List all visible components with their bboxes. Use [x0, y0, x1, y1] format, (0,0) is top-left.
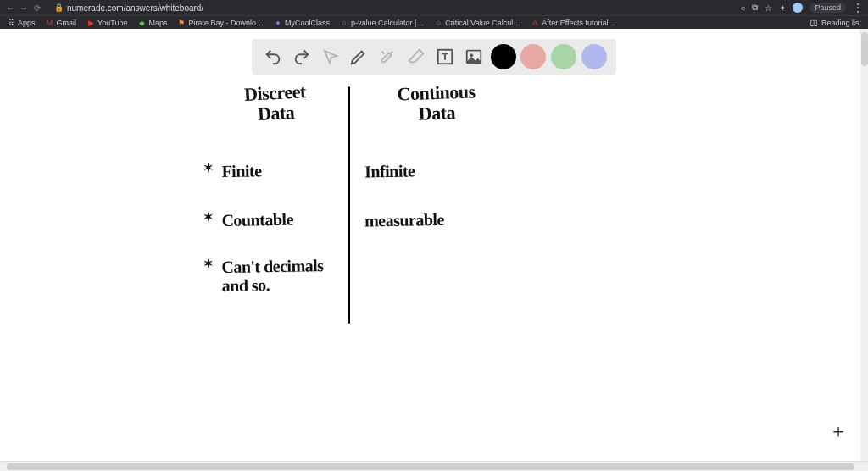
image-icon	[465, 47, 483, 66]
bookmark-label: Apps	[18, 19, 36, 27]
title-word: Continous	[397, 80, 476, 104]
bookmark-label: Gmail	[57, 19, 77, 27]
bookmark-gmail[interactable]: MGmail	[46, 19, 77, 27]
bullet-star: ✶	[203, 162, 214, 175]
whiteboard-toolbar	[252, 39, 616, 75]
bullet-star: ✶	[203, 258, 214, 271]
add-button[interactable]: ＋	[829, 418, 848, 444]
nav-arrows: ← → ⟳	[5, 3, 42, 13]
bookmark-label: YouTube	[97, 19, 127, 27]
maps-icon: ◆	[137, 19, 146, 27]
search-icon[interactable]: ○	[740, 3, 745, 13]
bookmark-label: Critical Value Calcul…	[445, 19, 520, 27]
bookmark-label: MyCoolClass	[285, 19, 330, 27]
apps-icon: ⠿	[7, 19, 15, 27]
bookmark-aftereffects[interactable]: AAfter Effects tutorial…	[531, 19, 615, 27]
color-black[interactable]	[491, 44, 516, 69]
horizontal-scrollbar[interactable]	[0, 461, 868, 471]
left-title: Discreet Data	[203, 80, 348, 128]
title-word: Data	[418, 102, 455, 124]
bookmark-piratebay[interactable]: ⚑Pirate Bay - Downlo…	[177, 19, 264, 27]
bookmark-label: After Effects tutorial…	[542, 19, 615, 27]
kebab-menu-icon[interactable]: ⋮	[853, 2, 863, 14]
address-bar[interactable]: 🔒 numerade.com/answers/whiteboard/	[54, 3, 203, 13]
item-text: measurable	[364, 210, 444, 230]
bookmark-maps[interactable]: ◆Maps	[137, 19, 167, 27]
lock-icon: 🔒	[54, 3, 64, 12]
redo-button[interactable]	[290, 45, 314, 69]
text-icon	[436, 47, 454, 66]
horizontal-scroll-thumb[interactable]	[7, 463, 854, 470]
item-text: Infinite	[364, 161, 415, 180]
svg-point-2	[470, 53, 473, 57]
extensions-icon[interactable]: ✦	[779, 3, 786, 13]
title-word: Discreet	[243, 80, 306, 105]
forward-icon[interactable]: →	[19, 3, 29, 13]
pointer-icon	[321, 47, 340, 66]
vertical-scroll-thumb[interactable]	[861, 32, 868, 66]
back-icon[interactable]: ←	[5, 3, 15, 13]
left-item-3: ✶ Can't decimals and so.	[203, 256, 348, 296]
title-word: Data	[257, 102, 294, 125]
browser-nav-bar: ← → ⟳ 🔒 numerade.com/answers/whiteboard/…	[0, 0, 868, 15]
color-red[interactable]	[520, 44, 546, 69]
star-icon[interactable]: ☆	[765, 3, 772, 13]
undo-icon	[264, 47, 282, 66]
reading-list-button[interactable]: 🕮Reading list	[810, 19, 861, 27]
image-tool[interactable]	[462, 45, 486, 69]
bullet-star: ✶	[203, 211, 214, 224]
piratebay-icon: ⚑	[177, 19, 186, 27]
bookmark-mycoolclass[interactable]: ●MyCoolClass	[274, 19, 330, 27]
bookmark-youtube[interactable]: ▶YouTube	[86, 19, 127, 27]
reading-list-label: Reading list	[821, 19, 861, 27]
vertical-scrollbar[interactable]	[860, 29, 868, 461]
profile-avatar-icon[interactable]	[793, 3, 803, 13]
share-icon[interactable]: ⧉	[752, 3, 758, 13]
mycoolclass-icon: ●	[274, 19, 282, 27]
pvalue-icon: ○	[340, 19, 348, 27]
undo-button[interactable]	[261, 45, 285, 69]
redo-icon	[292, 47, 311, 66]
eraser-icon	[407, 47, 426, 66]
item-text: Countable	[221, 210, 293, 230]
reload-icon[interactable]: ⟳	[32, 3, 42, 13]
divider-line	[348, 86, 350, 324]
color-blue[interactable]	[581, 44, 607, 69]
profile-status[interactable]: Paused	[810, 3, 846, 13]
criticalvalue-icon: ○	[434, 19, 442, 27]
bookmark-label: Maps	[148, 19, 167, 27]
text-tool[interactable]	[433, 45, 457, 69]
left-item-2: ✶ Countable	[203, 209, 348, 230]
bookmark-criticalvalue[interactable]: ○Critical Value Calcul…	[434, 19, 520, 27]
aftereffects-icon: A	[531, 19, 539, 27]
item-text: Can't decimals and so.	[221, 256, 324, 295]
nav-right-cluster: ○ ⧉ ☆ ✦ Paused ⋮	[740, 2, 863, 14]
youtube-icon: ▶	[86, 19, 95, 27]
right-item-2: measurable	[364, 209, 509, 230]
bookmark-label: p-value Calculator |…	[351, 19, 424, 27]
bookmark-pvalue[interactable]: ○p-value Calculator |…	[340, 19, 424, 27]
url-text: numerade.com/answers/whiteboard/	[67, 3, 203, 13]
item-text: Finite	[221, 161, 261, 180]
reading-list-icon: 🕮	[810, 19, 819, 27]
color-green[interactable]	[551, 44, 576, 69]
right-title: Continous Data	[364, 80, 509, 126]
bookmark-apps[interactable]: ⠿Apps	[7, 19, 36, 27]
left-item-1: ✶ Finite	[203, 160, 348, 181]
pen-tool[interactable]	[347, 45, 370, 69]
tools-icon	[378, 47, 397, 66]
tools-button[interactable]	[376, 45, 399, 69]
right-item-1: Infinite	[364, 160, 509, 181]
pointer-tool[interactable]	[319, 45, 342, 69]
gmail-icon: M	[46, 19, 54, 27]
bookmark-bar: ⠿Apps MGmail ▶YouTube ◆Maps ⚑Pirate Bay …	[0, 15, 868, 29]
pen-icon	[349, 47, 368, 66]
eraser-tool[interactable]	[404, 45, 428, 69]
bookmark-label: Pirate Bay - Downlo…	[188, 19, 264, 27]
